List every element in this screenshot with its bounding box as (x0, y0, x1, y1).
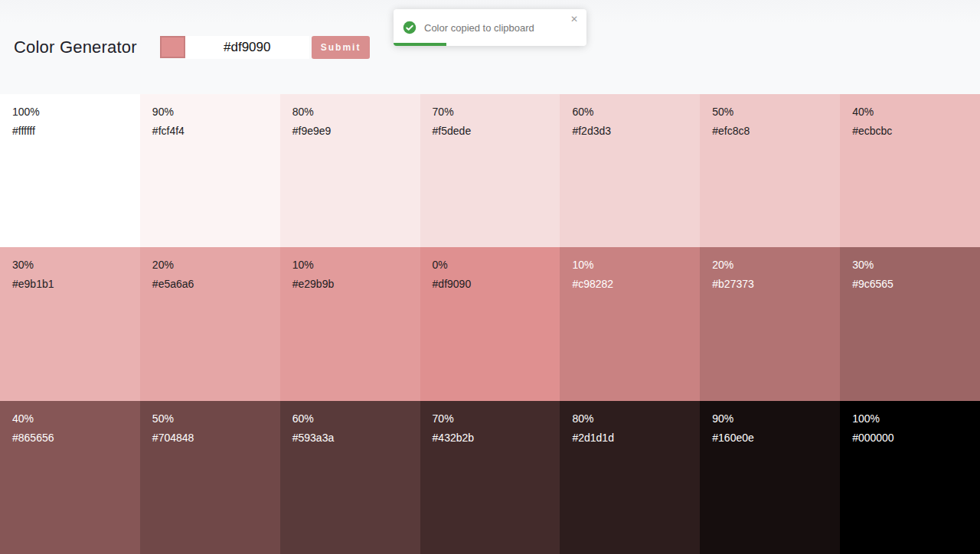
color-tile[interactable]: 10%#c98282 (560, 247, 700, 400)
color-tile[interactable]: 50%#efc8c8 (700, 94, 840, 247)
color-tile[interactable]: 70%#f5dede (420, 94, 560, 247)
tile-percent-label: 40% (12, 412, 140, 425)
tile-percent-label: 70% (433, 412, 560, 425)
tile-percent-label: 30% (12, 259, 140, 271)
tile-percent-label: 50% (712, 106, 840, 118)
color-tile[interactable]: 10%#e29b9b (280, 247, 420, 400)
tile-hex-label: #f5dede (433, 125, 560, 137)
color-tile[interactable]: 100%#000000 (840, 401, 980, 554)
tile-hex-label: #e29b9b (292, 278, 420, 290)
tile-hex-label: #432b2b (433, 432, 560, 444)
close-icon[interactable]: ✕ (569, 13, 580, 25)
tile-hex-label: #e5a6a6 (152, 278, 280, 290)
tile-percent-label: 80% (292, 106, 420, 118)
color-tile[interactable]: 90%#160e0e (700, 401, 840, 554)
color-tile[interactable]: 80%#2d1d1d (560, 401, 700, 554)
color-tile[interactable]: 70%#432b2b (420, 401, 560, 554)
submit-button[interactable]: Submit (312, 36, 371, 59)
palette-grid: 100%#ffffff90%#fcf4f480%#f9e9e970%#f5ded… (0, 94, 980, 554)
tile-hex-label: #f2d3d3 (572, 125, 700, 137)
tile-hex-label: #865656 (12, 432, 140, 444)
tile-percent-label: 100% (12, 106, 140, 118)
tile-percent-label: 40% (852, 106, 980, 118)
color-tile[interactable]: 20%#e5a6a6 (140, 247, 280, 400)
toast-notification: Color copied to clipboard ✕ (394, 9, 586, 46)
toast-body: Color copied to clipboard (394, 9, 586, 46)
tile-hex-label: #e9b1b1 (12, 278, 140, 290)
tile-hex-label: #efc8c8 (712, 125, 840, 137)
tile-percent-label: 90% (152, 106, 280, 118)
tile-percent-label: 60% (292, 412, 420, 425)
color-tile[interactable]: 30%#9c6565 (840, 247, 980, 400)
toast-message: Color copied to clipboard (424, 22, 534, 34)
tile-hex-label: #000000 (852, 432, 980, 444)
tile-percent-label: 50% (152, 412, 280, 425)
tile-hex-label: #704848 (152, 432, 280, 444)
color-tile[interactable]: 90%#fcf4f4 (140, 94, 280, 247)
color-tile[interactable]: 40%#865656 (0, 401, 140, 554)
tile-percent-label: 70% (433, 106, 560, 118)
tile-hex-label: #ecbcbc (852, 125, 980, 137)
tile-hex-label: #2d1d1d (572, 432, 700, 444)
tile-hex-label: #b27373 (712, 278, 840, 290)
tile-hex-label: #9c6565 (852, 278, 980, 290)
color-tile[interactable]: 30%#e9b1b1 (0, 247, 140, 400)
tile-hex-label: #c98282 (572, 278, 700, 290)
color-tile[interactable]: 40%#ecbcbc (840, 94, 980, 247)
tile-percent-label: 30% (852, 259, 980, 271)
tile-percent-label: 60% (572, 106, 700, 118)
tile-percent-label: 80% (572, 412, 700, 425)
tile-percent-label: 100% (852, 412, 980, 425)
hex-color-input[interactable] (185, 36, 309, 59)
tile-hex-label: #ffffff (12, 125, 140, 137)
color-tile[interactable]: 50%#704848 (140, 401, 280, 554)
color-tile[interactable]: 20%#b27373 (700, 247, 840, 400)
tile-percent-label: 10% (292, 259, 420, 271)
color-tile[interactable]: 100%#ffffff (0, 94, 140, 247)
tile-hex-label: #fcf4f4 (152, 125, 280, 137)
tile-hex-label: #593a3a (292, 432, 420, 444)
toast-progress-bar (394, 43, 446, 46)
tile-hex-label: #f9e9e9 (292, 125, 420, 137)
color-tile[interactable]: 0%#df9090 (420, 247, 560, 400)
tile-hex-label: #df9090 (433, 278, 560, 290)
color-tile[interactable]: 80%#f9e9e9 (280, 94, 420, 247)
color-tile[interactable]: 60%#f2d3d3 (560, 94, 700, 247)
color-tile[interactable]: 60%#593a3a (280, 401, 420, 554)
success-check-icon (403, 21, 416, 34)
tile-percent-label: 20% (712, 259, 840, 271)
color-swatch (160, 36, 185, 58)
tile-percent-label: 90% (712, 412, 840, 425)
tile-percent-label: 10% (572, 259, 700, 271)
tile-hex-label: #160e0e (712, 432, 840, 444)
tile-percent-label: 20% (152, 259, 280, 271)
tile-percent-label: 0% (433, 259, 560, 271)
color-form: Submit (160, 36, 371, 59)
page-title: Color Generator (14, 37, 137, 57)
